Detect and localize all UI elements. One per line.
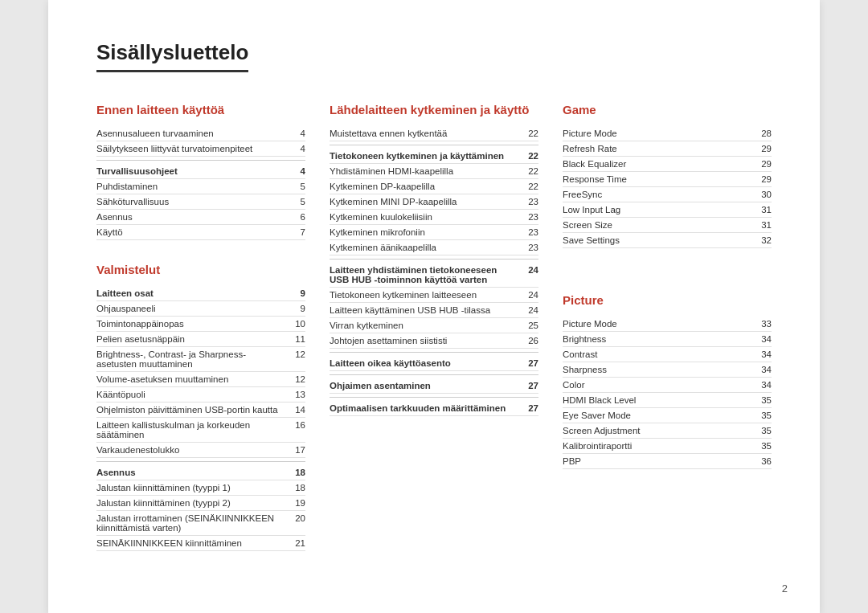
toc-item-num: 12 [289, 374, 305, 384]
toc-item-text: Turvallisuusohjeet [96, 166, 289, 176]
toc-item-num: 4 [289, 144, 305, 153]
toc-item: Color34 [563, 378, 772, 393]
toc-item-text: Refresh Rate [563, 144, 755, 153]
toc-item-text: Käyttö [96, 227, 289, 237]
toc-item-text: Ohjaimen asentaminen [330, 381, 522, 390]
toc-item: Kääntöpuoli13 [96, 387, 305, 403]
toc-item-num: 24 [522, 265, 538, 275]
toc-item-num: 19 [289, 498, 305, 508]
toc-item-text: Asennus [96, 468, 289, 477]
toc-item: Tietokoneen kytkeminen laitteeseen24 [330, 288, 538, 303]
toc-item-num: 22 [522, 129, 538, 138]
toc-item-text: Tietokoneen kytkeminen laitteeseen [330, 290, 522, 300]
toc-item-text: Laitteen osat [96, 288, 289, 298]
toc-item-num: 35 [755, 441, 772, 451]
toc-item: Sähköturvallisuus5 [96, 194, 305, 210]
toc-group: Asennusalueen turvaaminen4Säilytykseen l… [96, 126, 305, 240]
toc-item-text: Virran kytkeminen [330, 321, 522, 330]
toc-item-text: SEINÄKIINNIKKEEN kiinnittäminen [96, 538, 289, 548]
toc-item: Screen Adjustment35 [563, 423, 772, 439]
toc-item: Kytkeminen DP-kaapelilla22 [330, 179, 538, 194]
toc-item: Säilytykseen liittyvät turvatoimenpiteet… [96, 141, 305, 157]
toc-item: Käyttö7 [96, 225, 305, 240]
section-title: Picture [563, 293, 772, 307]
toc-item-num: 23 [522, 197, 538, 206]
toc-item-text: Optimaalisen tarkkuuden määrittäminen [330, 403, 522, 413]
toc-item: Puhdistaminen5 [96, 179, 305, 194]
toc-item: Ohjauspaneeli9 [96, 301, 305, 317]
toc-item-text: Low Input Lag [563, 205, 755, 215]
toc-item-text: Picture Mode [563, 129, 755, 138]
toc-item: Kytkeminen kuulokeliisiin23 [330, 210, 538, 225]
toc-item: SEINÄKIINNIKKEEN kiinnittäminen21 [96, 536, 305, 551]
toc-item-num: 4 [289, 129, 305, 138]
toc-item-text: Kytkeminen mikrofoniin [330, 227, 522, 237]
toc-item: Picture Mode33 [563, 317, 772, 332]
page-number: 2 [782, 582, 788, 595]
toc-item-num: 21 [289, 538, 305, 548]
page-title: Sisällysluettelo [96, 40, 248, 72]
toc-item: Screen Size31 [563, 218, 772, 233]
toc-item-num: 9 [289, 288, 305, 298]
toc-group: Laitteen osat9Ohjauspaneeli9Toimintonapp… [96, 286, 305, 551]
toc-item: Save Settings32 [563, 233, 772, 248]
toc-item-text: Black Equalizer [563, 159, 755, 169]
toc-item: Laitteen yhdistäminen tietokoneeseen USB… [330, 263, 538, 288]
toc-item-num: 13 [289, 390, 305, 399]
toc-item-num: 30 [755, 190, 772, 199]
toc-item-num: 35 [755, 426, 772, 435]
toc-item-text: Tietokoneen kytkeminen ja käyttäminen [330, 151, 522, 161]
toc-item: Contrast34 [563, 347, 772, 362]
toc-item: Kytkeminen äänikaapelilla23 [330, 240, 538, 255]
toc-item-text: Kytkeminen kuulokeliisiin [330, 212, 522, 222]
toc-item-num: 12 [289, 349, 305, 359]
toc-item: Kytkeminen MINI DP-kaapelilla23 [330, 194, 538, 210]
toc-item-text: HDMI Black Level [563, 395, 755, 405]
toc-item-num: 24 [522, 290, 538, 300]
toc-item-text: Säilytykseen liittyvät turvatoimenpiteet [96, 144, 289, 153]
toc-item-num: 24 [522, 305, 538, 315]
toc-item-num: 10 [289, 319, 305, 329]
toc-item: Jalustan irrottaminen (SEINÄKIINNIKKEEN … [96, 511, 305, 536]
toc-item-text: Jalustan irrottaminen (SEINÄKIINNIKKEEN … [96, 513, 289, 533]
toc-group: Picture Mode33Brightness34Contrast34Shar… [563, 317, 772, 469]
toc-item: PBP36 [563, 454, 772, 469]
toc-item: Sharpness34 [563, 362, 772, 378]
toc-item: Eye Saver Mode35 [563, 408, 772, 423]
toc-item-num: 23 [522, 212, 538, 222]
toc-item-num: 31 [755, 220, 772, 230]
toc-item-num: 36 [755, 456, 772, 466]
toc-item-num: 14 [289, 405, 305, 415]
toc-item-text: Sähköturvallisuus [96, 197, 289, 206]
toc-item-text: PBP [563, 456, 755, 466]
toc-item-num: 27 [522, 403, 538, 413]
column-2: Lähdelaitteen kytkeminen ja käyttöMuiste… [330, 103, 563, 574]
toc-item-num: 22 [522, 151, 538, 161]
toc-item: Laitteen kallistuskulman ja korkeuden sä… [96, 418, 305, 443]
toc-item-num: 33 [755, 319, 772, 329]
toc-item-num: 34 [755, 349, 772, 359]
toc-item-text: Laitteen käyttäminen USB HUB -tilassa [330, 305, 522, 315]
toc-item-text: Kytkeminen äänikaapelilla [330, 243, 522, 252]
toc-item: Yhdistäminen HDMI-kaapelilla22 [330, 164, 538, 179]
toc-item: Response Time29 [563, 172, 772, 187]
section-title: Lähdelaitteen kytkeminen ja käyttö [330, 103, 538, 116]
toc-item-text: Screen Size [563, 220, 755, 230]
section-title: Ennen laitteen käyttöä [96, 103, 305, 116]
columns-container: Ennen laitteen käyttöäAsennusalueen turv… [96, 103, 772, 574]
toc-item-num: 27 [522, 358, 538, 368]
toc-item: Kytkeminen mikrofoniin23 [330, 225, 538, 240]
toc-item-text: Kääntöpuoli [96, 390, 289, 399]
toc-item-text: FreeSync [563, 190, 755, 199]
toc-item-text: Jalustan kiinnittäminen (tyyppi 2) [96, 498, 289, 508]
section-title: Valmistelut [96, 263, 305, 276]
toc-item-num: 35 [755, 395, 772, 405]
toc-item-num: 7 [289, 227, 305, 237]
toc-item-text: Toimintonappäinopas [96, 319, 289, 329]
toc-item: Brightness-, Contrast- ja Sharpness-aset… [96, 347, 305, 372]
toc-item-text: Yhdistäminen HDMI-kaapelilla [330, 166, 522, 176]
page: Sisällysluettelo Ennen laitteen käyttöäA… [48, 0, 820, 613]
toc-item: Virran kytkeminen25 [330, 318, 538, 333]
toc-item: Varkaudenestolukko17 [96, 443, 305, 458]
toc-item: Brightness34 [563, 332, 772, 347]
